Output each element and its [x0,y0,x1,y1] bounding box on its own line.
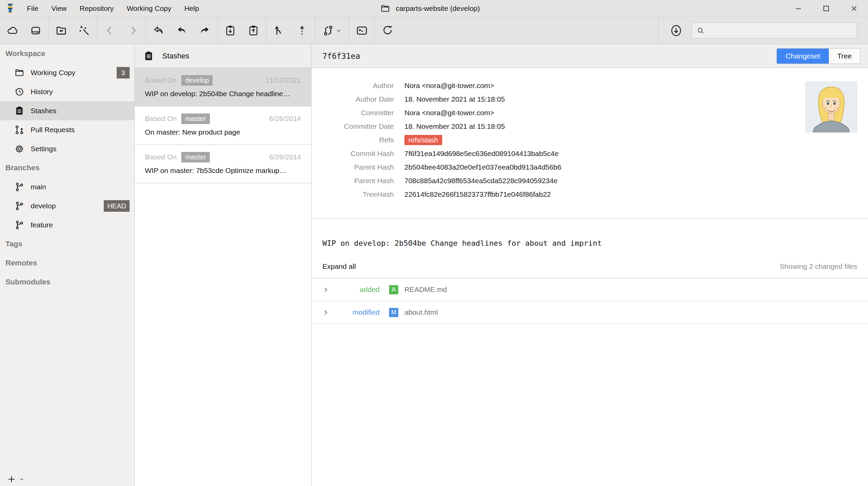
stash-list-item[interactable]: Based On master 6/26/2014 On master: New… [135,106,311,145]
minimize-button[interactable] [784,0,812,17]
sidebar-item-branch-feature[interactable]: feature [0,215,134,235]
files-summary: Showing 2 changed files [780,262,857,271]
search-input[interactable] [708,27,852,34]
rebase-dashed-arrow-icon [296,24,308,37]
tower-app-icon [5,3,16,14]
pull-button[interactable] [172,21,191,40]
sidebar-item-history[interactable]: History [0,82,134,101]
menu-working-copy[interactable]: Working Copy [120,0,178,17]
plus-icon [7,474,16,484]
sidebar-section-remotes[interactable]: Remotes [0,254,134,273]
branch-badge: develop [181,75,213,86]
pull-arrow-icon [176,24,188,37]
sidebar-item-label: Pull Requests [31,126,75,134]
folder-icon [380,3,390,14]
menu-help[interactable]: Help [178,0,205,17]
close-button[interactable] [840,0,868,17]
sidebar-item-label: Working Copy [31,69,76,77]
field-label: Author Date [312,95,394,103]
sidebar-item-working-copy[interactable]: Working Copy 3 [0,63,134,82]
apply-stash-button[interactable] [220,21,240,40]
sidebar-item-branch-main[interactable]: main [0,177,134,196]
window-title-text: carparts-website (develop) [396,4,480,13]
quick-actions-button[interactable] [74,21,94,40]
changed-file-row[interactable]: modified M about.html [312,301,868,324]
stash-list-item[interactable]: Based On master 6/26/2014 WIP on master:… [135,145,311,183]
toolbar [0,17,868,44]
expand-chevron-icon[interactable] [322,287,329,293]
file-name: README.md [404,285,447,294]
sidebar-section-submodules[interactable]: Submodules [0,273,134,292]
open-working-copy-button[interactable] [51,21,71,40]
changeset-tab[interactable]: Changeset [777,49,829,64]
drive-icon [30,24,42,37]
stash-panel-header: Stashes [135,44,311,68]
clipboard-arrow-up-icon [247,24,260,37]
undo-button[interactable] [149,21,168,40]
field-row-tree-hash: TreeHash 22614fc82e266f15823737ffbb71e04… [312,188,868,201]
local-drive-button[interactable] [26,21,46,40]
view-toggle: Changeset Tree [777,48,861,64]
sidebar-item-label: History [31,88,53,96]
chevron-right-icon [127,25,139,36]
undo-arrow-icon [152,24,165,37]
branch-label: develop [31,202,56,210]
field-value: 2b504bee4083a20e0ef1e037eea0bd913a4d56b6 [404,163,561,171]
based-on-label: Based On [145,153,177,161]
chevron-down-icon [336,28,342,34]
sidebar-section-branches[interactable]: Branches [0,158,134,177]
toolbar-separator [658,17,659,44]
sidebar-item-label: Settings [31,145,56,153]
folder-icon [14,68,25,78]
sidebar-section-workspace[interactable]: Workspace [0,44,134,63]
expand-all-button[interactable]: Expand all [322,262,356,271]
file-name: about.html [404,308,438,316]
sidebar-item-pull-requests[interactable]: Pull Requests [0,120,134,139]
head-badge: HEAD [104,200,130,212]
rebase-button[interactable] [292,21,312,40]
field-label: Commit Hash [312,150,394,158]
expand-chevron-icon[interactable] [322,309,329,316]
refresh-button[interactable] [378,21,397,40]
menu-file[interactable]: File [20,0,45,17]
file-status: modified [329,308,380,316]
commit-detail-panel: 7f6f31ea Changeset Tree Author Nora <nor… [312,44,868,486]
gear-icon [14,144,25,154]
stash-date: 6/26/2014 [269,153,301,161]
add-repository-button[interactable] [7,474,24,484]
field-label: Committer Date [312,122,394,131]
field-value: 18. November 2021 at 15:18:05 [404,95,505,103]
tree-tab[interactable]: Tree [829,49,860,64]
branch-badge: master [181,152,210,162]
changed-file-row[interactable]: added A README.md [312,278,868,301]
fetch-button[interactable] [666,21,686,40]
sidebar-item-branch-develop[interactable]: develop HEAD [0,196,134,215]
navigate-back-button[interactable] [100,21,120,40]
field-row-refs: Refs refs/stash [312,133,868,147]
search-box[interactable] [691,22,857,39]
field-value: Nora <nora@git-tower.com> [404,82,494,90]
sidebar-item-stashes[interactable]: Stashes [0,101,134,120]
field-label: Parent Hash [312,177,394,185]
save-stash-button[interactable] [244,21,263,40]
commit-short-hash: 7f6f31ea [322,52,360,60]
cloud-services-button[interactable] [3,21,22,40]
navigate-forward-button[interactable] [123,21,143,40]
push-button[interactable] [195,21,215,40]
branch-label: feature [31,221,53,229]
sidebar: Workspace Working Copy 3 History [0,44,135,486]
merge-button[interactable] [269,21,289,40]
menu-repository[interactable]: Repository [73,0,120,17]
compare-branches-button[interactable] [318,21,346,40]
terminal-button[interactable] [352,21,372,40]
branch-icon [14,182,25,192]
field-label: TreeHash [312,190,394,198]
field-row-author: Author Nora <nora@git-tower.com> [312,79,868,92]
sidebar-section-tags[interactable]: Tags [0,235,134,254]
menu-view[interactable]: View [45,0,73,17]
sidebar-item-settings[interactable]: Settings [0,139,134,158]
circle-arrow-down-icon [670,24,683,37]
folder-return-icon [55,24,67,37]
maximize-button[interactable] [812,0,840,17]
stash-list-item[interactable]: Based On develop 11/18/2021 WIP on devel… [135,68,311,106]
